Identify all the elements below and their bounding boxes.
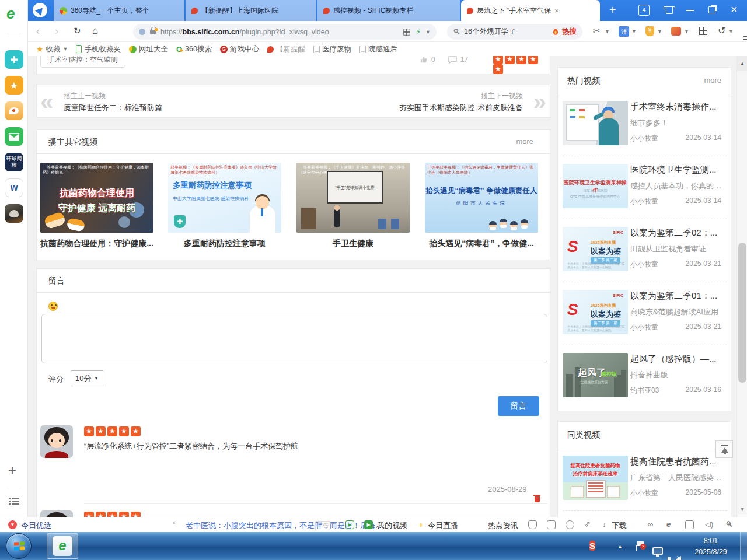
play-ad-icon[interactable]: ▶ <box>345 520 354 529</box>
url-text[interactable]: https://bbs.sific.com.cn/plugin.php?id=x… <box>160 28 329 36</box>
my-videos-link[interactable]: 我的视频 <box>377 520 407 531</box>
video-title-link[interactable]: 多重耐药防控注意事项 <box>168 239 281 249</box>
rating-select[interactable]: 10分 ▼ <box>71 370 103 386</box>
translate-caret-icon[interactable]: ▼ <box>631 29 637 34</box>
shield-caret-icon[interactable]: ▼ <box>657 29 662 34</box>
speaker-status-icon[interactable]: ◁) <box>705 520 713 528</box>
emoji-picker-icon[interactable] <box>48 302 58 311</box>
video-thumbnail[interactable]: S SIFIC 2025系列直播 以案为鉴 第二季 第一期 主办单位：上海国际医… <box>563 290 628 334</box>
network-icon[interactable] <box>652 547 663 555</box>
window-layout-icon[interactable] <box>685 520 694 529</box>
apps-grid-icon[interactable] <box>699 27 707 35</box>
address-dropdown-caret-icon[interactable]: ▼ <box>425 29 431 35</box>
panel-list-icon[interactable] <box>9 497 19 505</box>
refresh-icon[interactable]: ↻ <box>74 26 81 36</box>
sidebar-video-title[interactable]: 提高住院患者抗菌药... <box>630 456 725 467</box>
tab-reminder[interactable]: 【新提醒】上海国际医院 <box>186 0 316 21</box>
live-link[interactable]: 今日直播 <box>428 520 458 531</box>
scissors-caret-icon[interactable]: ▼ <box>605 29 610 34</box>
tab-video-column[interactable]: 感控视频 - SIFIC视频专栏 <box>317 0 460 21</box>
undo-icon[interactable]: ↺ <box>718 25 725 36</box>
volume-icon[interactable] <box>676 556 681 560</box>
shield-status-icon[interactable] <box>528 520 537 529</box>
bookmark-mobile[interactable]: 手机收藏夹 <box>76 44 121 54</box>
prev-arrows-icon[interactable]: « <box>40 90 53 113</box>
hot-news-link[interactable]: 热点资讯 <box>488 520 518 531</box>
submit-comment-button[interactable]: 留言 <box>498 396 539 416</box>
scroll-up-icon[interactable]: ▲ <box>737 56 747 71</box>
address-bar[interactable]: https://bbs.sific.com.cn/plugin.php?id=x… <box>133 24 437 40</box>
next-arrows-icon[interactable]: » <box>533 90 546 113</box>
security-shield-icon[interactable]: ¥ <box>645 26 654 36</box>
nav-plane-button[interactable] <box>33 3 47 18</box>
video-rating-stars[interactable]: ★★★★★ <box>493 56 550 74</box>
video-thumbnail[interactable]: 医院环境卫生学监测采样操作 日军市人民医院 QTE 中司高感量管理监测控中心 <box>563 164 628 208</box>
tab-close-icon[interactable]: × <box>554 6 559 15</box>
translate-icon[interactable]: 译 <box>619 26 629 37</box>
download-link[interactable]: 下载 <box>612 520 627 531</box>
search-box[interactable]: 🔍︎ 16个外甥开学了 热搜 <box>447 24 582 40</box>
home-icon[interactable]: ⌂ <box>92 25 98 37</box>
speed-lightning-icon[interactable]: ⚡ <box>416 27 421 36</box>
sidebar-video-title[interactable]: 以案为鉴第二季02：... <box>630 228 725 239</box>
taskbar-360browser-button[interactable]: e <box>47 533 78 559</box>
my-videos-icon[interactable]: ▶ <box>364 520 373 529</box>
game-app-icon[interactable] <box>5 204 23 223</box>
search-query[interactable]: 16个外甥开学了 <box>464 27 516 37</box>
other-videos-more-link[interactable]: more <box>516 137 533 146</box>
link-status-icon[interactable]: ∞ <box>648 520 653 528</box>
bookmark-favorites[interactable]: ★收藏▼ <box>36 44 68 54</box>
bookmark-games[interactable]: G游戏中心 <box>220 44 259 54</box>
clock-status-icon[interactable] <box>566 520 574 529</box>
scissors-icon[interactable]: ✂ <box>593 26 601 36</box>
show-desktop-button[interactable] <box>740 532 747 560</box>
taskbar-clock[interactable]: 8:01 2025/8/29 <box>687 536 734 560</box>
rocket-status-icon[interactable]: ⇗ <box>584 520 591 528</box>
new-tab-button[interactable]: + <box>609 4 616 17</box>
search-status-icon[interactable]: 🔍︎ <box>725 520 733 528</box>
bookmark-infection-news[interactable]: 院感通后 <box>359 44 397 54</box>
favorites-app-icon[interactable]: ★ <box>5 76 23 94</box>
screenshot-status-icon[interactable] <box>547 520 556 529</box>
mini-app-grid-icon[interactable] <box>403 29 410 35</box>
thumbs-up-icon[interactable] <box>420 56 428 64</box>
browser-e-status-icon[interactable]: e <box>666 520 671 528</box>
tab-active-laminar-flow[interactable]: 层流之下 “手术室空气保 × <box>461 0 600 21</box>
tab-360nav[interactable]: 360导航_一个主页，整个 <box>54 0 184 21</box>
video-title-link[interactable]: 抬头遇见“病毒君”，争做健... <box>425 239 538 249</box>
game-caret-icon[interactable]: ▼ <box>684 29 689 34</box>
bookmark-search[interactable]: O360搜索 <box>176 44 212 54</box>
video-thumbnail[interactable] <box>563 101 628 145</box>
hot-search-label[interactable]: 热搜 <box>562 27 577 37</box>
bookmark-reminder[interactable]: 【新提醒 <box>267 44 305 54</box>
action-center-flag-icon[interactable] <box>636 545 644 551</box>
add-panel-icon[interactable]: + <box>8 462 16 478</box>
mail-app-icon[interactable] <box>5 127 23 146</box>
download-icon[interactable]: ↓ <box>602 520 606 528</box>
health-app-icon[interactable]: ✚ <box>5 50 23 69</box>
word-doc-icon[interactable]: W <box>5 178 23 197</box>
undo-caret-icon[interactable]: ▼ <box>728 29 734 34</box>
back-icon[interactable]: ‹ <box>36 25 40 37</box>
hot-videos-more-link[interactable]: more <box>704 76 721 85</box>
video-thumbnail[interactable]: 提高住院患者抗菌药物 治疗前病原学送检率 <box>563 456 628 500</box>
start-button[interactable] <box>6 533 32 559</box>
video-thumbnail[interactable]: 获奖视频：《多重耐药防控注意事项》孙久票（中山大学附属第七医院感染性疾病科） ✚… <box>168 163 281 233</box>
video-thumbnail[interactable]: 一等奖获奖视频：《抗菌药物合理使用：守护健康，远离耐药》程韵凡 抗菌药物合理使用… <box>40 163 153 233</box>
sidebar-video-title[interactable]: 以案为鉴第二季01：... <box>630 290 725 302</box>
sidebar-video-title[interactable]: 手术室终末消毒操作... <box>630 102 725 113</box>
weibo-app-icon[interactable] <box>5 102 23 120</box>
comment-textarea[interactable] <box>41 314 547 363</box>
site-info-icon[interactable] <box>139 29 145 35</box>
video-thumbnail[interactable]: 起风了 感控版 亡镜感控原创方言 <box>563 353 628 397</box>
game-center-icon[interactable] <box>671 27 681 36</box>
minimize-button[interactable] <box>686 10 694 11</box>
prev-video-link[interactable]: 魔童降世任务二：标准预防篇 <box>64 103 162 113</box>
bookmark-medical-waste[interactable]: 医疗废物 <box>313 44 351 54</box>
close-button[interactable]: × <box>731 3 738 16</box>
daily-picks-link[interactable]: 今日优选 <box>21 520 51 531</box>
tray-sogou-icon[interactable]: S <box>589 540 595 560</box>
video-thumbnail[interactable]: 一等奖获奖视频：《手卫健康》罗佳欣、蒋羽婷、汤小萍等（遂宁市中心医院） “手卫”… <box>296 163 410 233</box>
forward-icon[interactable]: › <box>55 25 58 37</box>
tray-expand-icon[interactable]: ▲ <box>617 544 623 560</box>
